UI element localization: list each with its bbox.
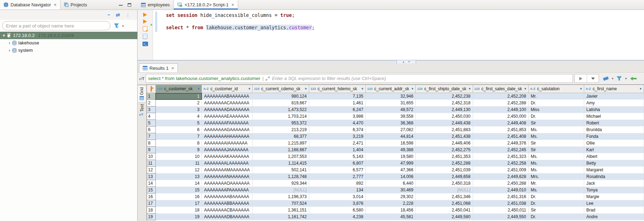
cell-c_current_addr_sk[interactable]: 47,999 [365, 160, 415, 167]
cell-c_first_name[interactable]: Margaret [584, 167, 644, 173]
cell-c_first_name[interactable]: Betty [584, 160, 644, 167]
column-header-c_customer_sk[interactable]: 123c_customer_sk▼ [155, 85, 202, 93]
close-icon[interactable]: × [231, 2, 234, 7]
cell-c_salutation[interactable]: Ms. [528, 167, 584, 173]
cell-c_customer_sk[interactable]: 16 [155, 194, 202, 200]
cell-c_first_shipto_date_sk[interactable]: 2,451,353 [416, 153, 473, 160]
cell-c_current_addr_sk[interactable]: 2,228 [365, 200, 415, 207]
cell-c_salutation[interactable]: Dr. [528, 214, 584, 220]
grid-scroll[interactable]: 123c_customer_sk▼A-Zc_customer_id▼123c_c… [147, 85, 644, 221]
cell-c_current_hdemo_sk[interactable]: 6,580 [309, 207, 365, 214]
collapse-down-icon[interactable]: ▼ [408, 61, 410, 63]
cell-c_first_name[interactable]: Michael [584, 113, 644, 120]
cell-c_first_name[interactable]: Jack [584, 180, 644, 187]
row-header-corner[interactable] [147, 85, 156, 93]
cell-c_first_sales_date_sk[interactable]: 2,449,100 [473, 106, 528, 113]
row-number[interactable]: 3 [147, 106, 156, 113]
row-number[interactable]: 16 [147, 194, 156, 200]
row-number[interactable]: 14 [147, 180, 156, 187]
cell-c_first_shipto_date_sk[interactable]: 2,451,039 [416, 167, 473, 173]
cell-c_first_shipto_date_sk[interactable]: 2,449,658 [416, 173, 473, 180]
cell-c_salutation[interactable]: Mr. [528, 180, 584, 187]
cell-c_first_shipto_date_sk[interactable]: 2,450,030 [416, 113, 473, 120]
cell-c_first_sales_date_sk[interactable]: 2,451,316 [473, 194, 528, 200]
cell-c_current_addr_sk[interactable]: 39,558 [365, 113, 415, 120]
cell-c_salutation[interactable]: Mrs. [528, 173, 584, 180]
cell-c_current_cdemo_sk[interactable]: 980,124 [253, 93, 309, 100]
expand-twisty-icon[interactable]: ▾ [1, 33, 6, 38]
maximize-icon[interactable] [128, 3, 131, 7]
cell-c_current_hdemo_sk[interactable]: 134 [309, 187, 365, 194]
cell-c_customer_id[interactable]: AAAAAAAAHAAAAAAA [202, 133, 253, 140]
cell-c_first_shipto_date_sk[interactable]: 2,452,318 [416, 100, 473, 106]
cell-c_salutation[interactable]: Sir [528, 207, 584, 214]
cell-c_salutation[interactable]: Dr. [528, 100, 584, 106]
collapse-twisty-icon[interactable]: › [7, 40, 12, 45]
chevron-down-icon[interactable]: ▾ [625, 76, 627, 80]
cell-c_first_shipto_date_sk[interactable]: 2,451,068 [416, 200, 473, 207]
tab-results-1[interactable]: Results 1 × [139, 63, 178, 72]
cell-c_customer_sk[interactable]: 15 [155, 187, 202, 194]
column-header-c_first_shipto_date_sk[interactable]: 123c_first_shipto_date_sk▼ [416, 85, 473, 93]
column-header-c_customer_id[interactable]: A-Zc_customer_id▼ [202, 85, 253, 93]
cell-c_current_cdemo_sk[interactable]: 1,703,214 [253, 113, 309, 120]
tab-database-navigator[interactable]: Database Navigator × [0, 0, 60, 10]
cell-c_current_cdemo_sk[interactable]: 1,128,748 [253, 173, 309, 180]
cell-c_current_addr_sk[interactable]: 36,368 [365, 120, 415, 127]
cell-c_first_shipto_date_sk[interactable]: 2,450,318 [416, 180, 473, 187]
cell-c_customer_id[interactable]: AAAAAAAAJAAAAAAA [202, 147, 253, 153]
execute-new-tab-icon[interactable]: + [143, 19, 147, 24]
cell-c_current_addr_sk[interactable]: 19,580 [365, 153, 415, 160]
cell-c_current_cdemo_sk[interactable]: 1,361,151 [253, 207, 309, 214]
cell-c_customer_id[interactable]: AAAAAAAAKAAAAAAA [202, 153, 253, 160]
cell-c_current_addr_sk[interactable]: 32,946 [365, 93, 415, 100]
cell-c_current_addr_sk[interactable]: 44,814 [365, 133, 415, 140]
cell-c_first_name[interactable]: Brunilda [584, 127, 644, 133]
cell-c_customer_id[interactable]: AAAAAAAAOAAAAAAA [202, 180, 253, 187]
cell-c_first_sales_date_sk[interactable]: 2,452,258 [473, 160, 528, 167]
cell-c_customer_sk[interactable]: 10 [155, 153, 202, 160]
cell-c_current_addr_sk[interactable]: 27,082 [365, 127, 415, 133]
execute-script-icon[interactable] [143, 26, 147, 31]
cell-c_first_name[interactable]: Ollie [584, 140, 644, 147]
cell-c_first_shipto_date_sk[interactable]: 2,449,406 [416, 140, 473, 147]
row-number[interactable]: 5 [147, 120, 156, 127]
cell-c_current_cdemo_sk[interactable]: 1,207,553 [253, 153, 309, 160]
cell-c_customer_id[interactable]: AAAAAAAAPAAAAAAA [202, 187, 253, 194]
cell-c_first_name[interactable]: Tonya [584, 187, 644, 194]
cell-c_first_shipto_date_sk[interactable]: 2,452,275 [416, 147, 473, 153]
expand-filter-icon[interactable] [266, 76, 270, 81]
chevron-down-icon[interactable]: ▾ [122, 24, 124, 28]
cell-c_first_sales_date_sk[interactable]: 2,452,208 [473, 93, 528, 100]
cell-c_current_hdemo_sk[interactable]: 5,143 [309, 153, 365, 160]
cell-c_customer_sk[interactable]: 2 [155, 100, 202, 106]
cell-c_first_name[interactable]: Fonda [584, 133, 644, 140]
cell-c_current_hdemo_sk[interactable]: 6,807 [309, 160, 365, 167]
row-number[interactable]: 7 [147, 133, 156, 140]
cell-c_current_cdemo_sk[interactable]: 213,219 [253, 127, 309, 133]
cell-c_first_name[interactable]: Brad [584, 207, 644, 214]
cell-c_customer_sk[interactable]: 8 [155, 140, 202, 147]
cell-c_current_addr_sk[interactable]: 6,440 [365, 180, 415, 187]
cell-c_first_name[interactable]: Rosalinda [584, 173, 644, 180]
collapse-up-icon[interactable]: ▲ [402, 61, 405, 63]
cell-c_current_hdemo_sk[interactable]: 3,986 [309, 113, 365, 120]
cell-c_current_hdemo_sk[interactable]: 1,461 [309, 100, 365, 106]
cell-c_salutation[interactable]: Sir [528, 147, 584, 153]
cell-c_current_cdemo_sk[interactable]: 1,215,897 [253, 140, 309, 147]
clear-filter-icon[interactable] [603, 76, 609, 80]
cell-c_current_cdemo_sk[interactable]: 929,344 [253, 180, 309, 187]
cell-c_first_sales_date_sk[interactable]: 2,449,408 [473, 120, 528, 127]
cell-c_customer_id[interactable]: AAAAAAAAGAAAAAAA [202, 127, 253, 133]
collapse-twisty-icon[interactable]: › [7, 48, 12, 53]
cell-c_customer_sk[interactable]: 12 [155, 167, 202, 173]
presentation-tab-text[interactable]: Text ⇄T [138, 103, 146, 118]
cell-c_current_addr_sk[interactable]: 29,302 [365, 194, 415, 200]
cell-c_customer_sk[interactable]: 6 [155, 127, 202, 133]
column-filter-arrow-icon[interactable]: ▼ [639, 87, 642, 91]
cell-c_current_cdemo_sk[interactable]: 68,377 [253, 133, 309, 140]
cell-c_first_name[interactable]: Latisha [584, 106, 644, 113]
cell-c_current_hdemo_sk[interactable]: 6,247 [309, 106, 365, 113]
tab-script-1[interactable]: <172.18.0.2> Script-1 × [173, 0, 238, 10]
cell-c_first_shipto_date_sk[interactable]: 2,449,130 [416, 106, 473, 113]
